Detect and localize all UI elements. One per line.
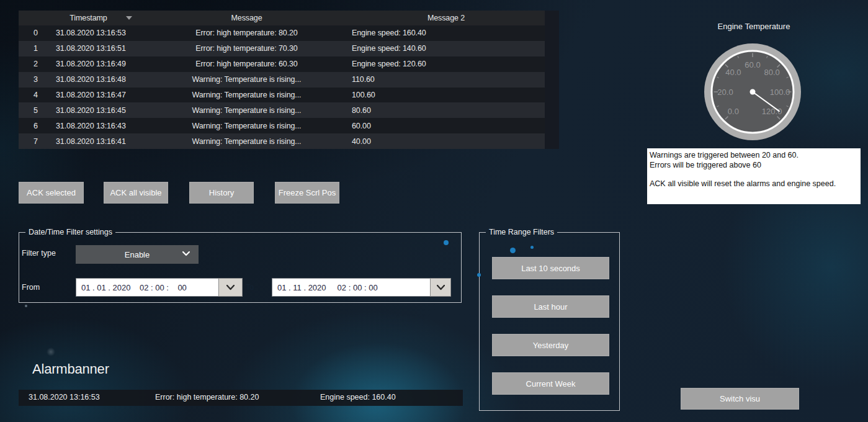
decorative-dot [510,248,516,253]
row-message: Warning: Temperature is rising... [174,106,320,115]
row-timestamp: 31.08.2020 13:16:47 [53,91,174,99]
row-index: 3 [19,75,53,84]
row-index: 1 [19,44,53,53]
row-index: 0 [19,29,53,37]
row-timestamp: 31.08.2020 13:16:49 [53,60,174,68]
decorative-dot [25,305,27,307]
svg-text:40.0: 40.0 [725,68,741,77]
info-box: Warnings are triggered between 20 and 60… [647,148,861,204]
current-week-button[interactable]: Current Week [492,372,609,395]
row-timestamp: 31.08.2020 13:16:51 [53,44,174,53]
row-index: 4 [19,91,53,99]
row-timestamp: 31.08.2020 13:16:45 [53,106,174,115]
engine-temperature-gauge: 0.020.040.060.080.0100.0120.0 [704,43,802,141]
banner-timestamp: 31.08.2020 13:16:53 [29,393,100,402]
filter-type-dropdown[interactable]: Enable [76,245,199,264]
to-label: To [246,283,254,292]
switch-visu-button[interactable]: Switch visu [681,388,799,410]
filter-type-label: Filter type [22,249,56,258]
row-message2: Engine speed: 160.40 [320,29,545,37]
decorative-dot [530,246,534,249]
row-message: Error: high temperature: 70.30 [174,44,320,53]
row-message2: 80.60 [320,106,545,115]
banner-message: Error: high temperature: 80.20 [155,393,259,402]
sort-desc-icon [126,16,132,20]
alarm-banner-title: Alarmbanner [32,361,109,377]
row-index: 2 [19,60,53,68]
row-message: Error: high temperature: 60.30 [174,60,320,68]
to-datetime-field[interactable]: 01 . 11 . 2020 02 : 00 : 00 [272,278,430,297]
ack-selected-button[interactable]: ACK selected [19,182,84,204]
alarm-table: Timestamp Message Message 2 0 31.08.2020… [19,11,545,149]
from-label: From [22,283,40,292]
ack-all-visible-button[interactable]: ACK all visible [104,182,168,204]
decorative-dot [477,273,481,277]
to-datetime-dropdown-button[interactable] [430,278,451,297]
row-message2: Engine speed: 120.60 [320,60,545,68]
info-line: Errors will be triggered above 60 [650,160,858,170]
table-row[interactable]: 1 31.08.2020 13:16:51 Error: high temper… [19,41,545,56]
filter-type-value: Enable [125,250,150,259]
table-row[interactable]: 3 31.08.2020 13:16:48 Warning: Temperatu… [19,72,545,88]
banner-message2: Engine speed: 160.40 [320,393,396,402]
gauge-title: Engine Temperature [695,22,813,31]
svg-text:20.0: 20.0 [717,88,733,97]
table-row[interactable]: 4 31.08.2020 13:16:47 Warning: Temperatu… [19,88,545,103]
from-datetime-field[interactable]: 01 . 01 . 2020 02 : 00 : 00 [76,278,218,297]
table-row[interactable]: 5 31.08.2020 13:16:45 Warning: Temperatu… [19,102,545,118]
row-message2: Engine speed: 140.60 [320,44,545,53]
row-message: Warning: Temperature is rising... [174,75,320,84]
alarm-banner-row: 31.08.2020 13:16:53 Error: high temperat… [19,390,463,406]
freeze-scroll-pos-button[interactable]: Freeze Scrl Pos [275,182,339,204]
svg-text:100.0: 100.0 [770,88,790,97]
table-row[interactable]: 7 31.08.2020 13:16:41 Warning: Temperatu… [19,133,545,149]
table-row[interactable]: 2 31.08.2020 13:16:49 Error: high temper… [19,56,545,72]
row-timestamp: 31.08.2020 13:16:43 [53,122,174,130]
svg-text:60.0: 60.0 [745,60,760,70]
row-message: Error: high temperature: 80.20 [174,29,320,37]
column-header-timestamp[interactable]: Timestamp [53,14,174,22]
alarm-table-header: Timestamp Message Message 2 [19,11,545,25]
from-datetime-dropdown-button[interactable] [218,278,243,297]
row-index: 5 [19,106,53,115]
column-header-message[interactable]: Message [174,14,320,22]
chevron-down-icon [182,251,190,256]
row-index: 7 [19,137,53,146]
row-message: Warning: Temperature is rising... [174,137,320,146]
info-line: ACK all visible will reset the alarms an… [650,179,858,189]
last-hour-button[interactable]: Last hour [492,295,609,318]
table-row[interactable]: 6 31.08.2020 13:16:43 Warning: Temperatu… [19,118,545,133]
table-row[interactable]: 0 31.08.2020 13:16:53 Error: high temper… [19,25,545,41]
svg-text:0.0: 0.0 [728,107,739,116]
history-button[interactable]: History [189,182,254,204]
row-message: Warning: Temperature is rising... [174,91,320,99]
chevron-down-icon [226,285,235,290]
row-message2: 60.00 [320,122,545,130]
row-message: Warning: Temperature is rising... [174,122,320,130]
last-10-seconds-button[interactable]: Last 10 seconds [492,257,609,279]
row-message2: 110.60 [320,75,545,84]
row-index: 6 [19,122,53,130]
table-scrollbar-track[interactable] [545,11,559,149]
yesterday-button[interactable]: Yesterday [492,334,609,356]
row-message2: 40.00 [320,137,545,146]
row-message2: 100.60 [320,91,545,99]
info-line: Warnings are triggered between 20 and 60… [650,150,858,160]
svg-text:80.0: 80.0 [764,68,779,77]
alarm-manager-screen: Timestamp Message Message 2 0 31.08.2020… [0,0,868,422]
datetime-filter-group-title: Date/Time Filter settings [25,228,115,236]
row-timestamp: 31.08.2020 13:16:53 [53,29,174,37]
row-timestamp: 31.08.2020 13:16:41 [53,137,174,146]
decorative-dot [444,240,449,245]
row-timestamp: 31.08.2020 13:16:48 [53,75,174,84]
time-range-group-title: Time Range Filters [486,228,557,236]
chevron-down-icon [437,285,445,290]
column-header-message2[interactable]: Message 2 [320,14,545,22]
column-header-timestamp-label: Timestamp [69,14,107,22]
